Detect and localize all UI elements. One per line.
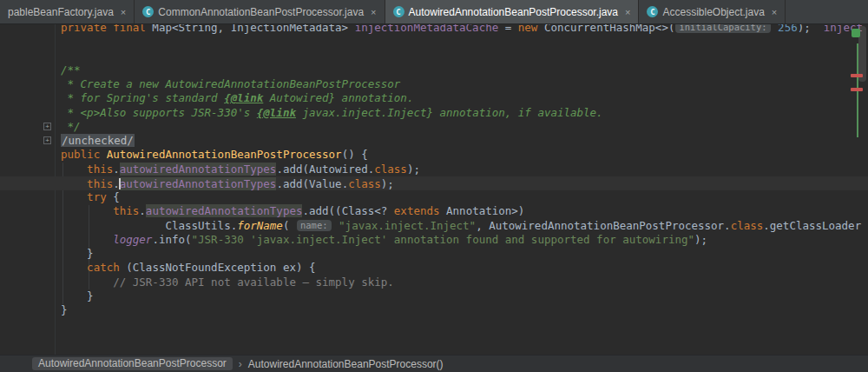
- close-tab-icon[interactable]: ×: [625, 7, 630, 17]
- code-line[interactable]: this.autowiredAnnotationTypes.add(Autowi…: [0, 163, 868, 176]
- code-line[interactable]: this.autowiredAnnotationTypes.add((Class…: [0, 204, 868, 218]
- code-token: );: [381, 177, 394, 190]
- code-token: this: [113, 204, 139, 217]
- code-line[interactable]: */: [0, 120, 868, 134]
- code-token: "JSR-330 'javax.inject.Inject' annotatio…: [192, 233, 694, 246]
- code-token: autowiredAnnotationTypes: [120, 163, 277, 176]
- code-line[interactable]: [0, 35, 868, 49]
- code-token: [61, 204, 113, 217]
- code-line[interactable]: * <p>Also supports JSR-330's {@link java…: [0, 106, 868, 120]
- error-stripe-mark[interactable]: [851, 88, 863, 91]
- code-token: .: [113, 163, 120, 176]
- code-token: }: [61, 247, 94, 260]
- code-line[interactable]: /**: [0, 63, 868, 77]
- code-token: [61, 177, 87, 190]
- close-tab-icon[interactable]: ×: [371, 7, 376, 17]
- code-token: [61, 261, 87, 274]
- code-line[interactable]: catch (ClassNotFoundException ex) {: [0, 261, 868, 275]
- code-token: ClassUtils.: [61, 219, 237, 232]
- code-token: class: [348, 177, 381, 190]
- code-token: .: [139, 204, 146, 217]
- code-token: AutowiredAnnotationBeanPostProcessor: [107, 148, 342, 161]
- code-token: );: [407, 163, 420, 176]
- code-line[interactable]: ClassUtils.forName( name: "javax.inject.…: [0, 219, 868, 233]
- code-token: class: [374, 163, 407, 176]
- code-token: .getClassLoader: [763, 219, 861, 232]
- code-token: .add(Value.: [276, 177, 348, 190]
- code-token: Autowired} annotation.: [263, 91, 413, 104]
- code-token: // JSR-330 API not available — simply sk…: [113, 276, 394, 289]
- code-token: * for Spring's standard: [61, 91, 224, 104]
- java-class-icon: C: [142, 6, 154, 17]
- parameter-hint: name:: [297, 220, 332, 231]
- code-token: logger: [113, 233, 152, 246]
- code-token: extends: [394, 204, 440, 217]
- code-line[interactable]: }: [0, 289, 868, 303]
- code-line-current[interactable]: this.autowiredAnnotationTypes.add(Value.…: [0, 176, 868, 190]
- code-token: [332, 219, 339, 232]
- code-token: .add((Class<?: [302, 204, 393, 217]
- editor-tab[interactable]: CAccessibleObject.java×: [639, 0, 786, 23]
- code-token: .info(: [152, 233, 191, 246]
- text-caret: [119, 178, 121, 189]
- code-line[interactable]: // JSR-330 API not available — simply sk…: [0, 276, 868, 289]
- code-line[interactable]: [0, 50, 868, 63]
- code-token: autowiredAnnotationTypes: [120, 177, 277, 190]
- editor-tab-active[interactable]: CAutowiredAnnotationBeanPostProcessor.ja…: [385, 0, 640, 23]
- breadcrumb-bar: AutowiredAnnotationBeanPostProcessor › A…: [0, 355, 868, 372]
- code-line[interactable]: }: [0, 247, 868, 261]
- editor[interactable]: private final Map<String, InjectionMetad…: [0, 0, 868, 355]
- code-token: /unchecked/: [61, 134, 135, 147]
- code-token: /**: [61, 63, 81, 76]
- code-token: [61, 276, 113, 289]
- code-token: */: [61, 120, 81, 133]
- inspections-indicator-icon[interactable]: [852, 29, 860, 37]
- code-token: [61, 163, 87, 176]
- code-line[interactable]: }: [0, 303, 868, 317]
- tab-label: CommonAnnotationBeanPostProcessor.java: [158, 6, 364, 18]
- code-line[interactable]: public AutowiredAnnotationBeanPostProces…: [0, 148, 868, 162]
- fold-marker-plus-icon[interactable]: +: [43, 123, 51, 130]
- code-token: catch: [87, 261, 120, 274]
- error-stripe-mark[interactable]: [851, 74, 863, 77]
- breadcrumb-method[interactable]: AutowiredAnnotationBeanPostProcessor(): [248, 358, 444, 370]
- code-line[interactable]: * Create a new AutowiredAnnotationBeanPo…: [0, 77, 868, 91]
- code-token: "javax.inject.Inject": [339, 219, 476, 232]
- code-token: (: [283, 219, 296, 232]
- code-token: [61, 233, 113, 246]
- code-token: javax.inject.Inject} annotation, if avai…: [296, 106, 603, 119]
- tab-label: AccessibleObject.java: [662, 6, 764, 18]
- code-token: this: [87, 163, 113, 176]
- tab-bar: pableBeanFactory.java×CCommonAnnotationB…: [0, 0, 868, 24]
- code-token: {@link: [224, 91, 263, 104]
- code-token: autowiredAnnotationTypes: [146, 204, 303, 217]
- code-token: () {: [342, 148, 368, 161]
- code-token: try: [87, 190, 107, 203]
- code-token: (ClassNotFoundException ex) {: [120, 261, 316, 274]
- code-token: * <p>Also supports JSR-330's: [61, 106, 257, 119]
- code-line[interactable]: logger.info("JSR-330 'javax.inject.Injec…: [0, 233, 868, 247]
- tab-label: AutowiredAnnotationBeanPostProcessor.jav…: [409, 6, 618, 18]
- code-token: [61, 190, 87, 203]
- code-line[interactable]: try {: [0, 190, 868, 204]
- code-area[interactable]: private final Map<String, InjectionMetad…: [0, 21, 868, 317]
- code-token: * Create a new AutowiredAnnotationBeanPo…: [61, 77, 400, 90]
- breadcrumb-class[interactable]: AutowiredAnnotationBeanPostProcessor: [32, 357, 233, 370]
- code-token: {: [107, 190, 120, 203]
- code-token: forName: [237, 219, 283, 232]
- editor-tab[interactable]: pableBeanFactory.java×: [0, 0, 135, 23]
- code-token: this: [87, 177, 113, 190]
- code-token: Annotation>): [440, 204, 525, 217]
- java-class-icon: C: [393, 6, 404, 17]
- fold-marker-plus-icon[interactable]: +: [43, 136, 51, 144]
- code-token: public: [61, 148, 107, 161]
- code-token: }: [61, 289, 94, 302]
- code-token: }: [61, 303, 68, 316]
- close-tab-icon[interactable]: ×: [121, 7, 126, 17]
- code-token: class: [731, 219, 764, 232]
- editor-tab[interactable]: CCommonAnnotationBeanPostProcessor.java×: [135, 0, 385, 23]
- code-line[interactable]: * for Spring's standard {@link Autowired…: [0, 91, 868, 105]
- close-tab-icon[interactable]: ×: [772, 7, 777, 17]
- code-token: .add(Autowired.: [276, 163, 374, 176]
- code-line[interactable]: /unchecked/: [0, 134, 868, 148]
